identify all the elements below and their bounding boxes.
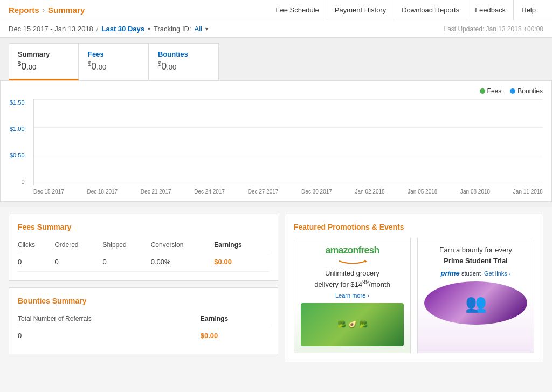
amazonfresh-promo-text: Unlimited grocerydelivery for $1499/mont…	[314, 269, 390, 290]
student-text: student	[461, 270, 481, 277]
cell-shipped: 0	[103, 252, 151, 272]
main-content: Fees Summary Clicks Ordered Shipped Conv…	[0, 207, 552, 369]
date-range: Dec 15 2017 - Jan 13 2018	[9, 25, 93, 33]
last-30-days-filter[interactable]: Last 30 Days	[101, 25, 144, 33]
bounties-summary-card: Bounties Summary Total Number of Referra…	[9, 287, 278, 354]
amazonfresh-learn-more[interactable]: Learn more ›	[335, 292, 369, 299]
featured-promotions-card: Featured Promotions & Events amazonfresh	[285, 214, 543, 362]
cell-conversion: 0.00%	[151, 252, 215, 272]
left-panel: Fees Summary Clicks Ordered Shipped Conv…	[9, 214, 278, 362]
x-label-6: Jan 02 2018	[355, 189, 385, 195]
fees-legend-dot	[480, 88, 485, 94]
prime-line1: Earn a bounty for every	[439, 246, 512, 254]
veggie-icon-2: 🥦	[359, 320, 368, 328]
x-label-5: Dec 30 2017	[301, 189, 332, 195]
chart-area: $1.50 $1.00 $0.50 0	[33, 99, 543, 185]
filter-left: Dec 15 2017 - Jan 13 2018 / Last 30 Days…	[9, 25, 208, 33]
gridline-050	[34, 156, 543, 156]
promo-amazonfresh: amazonfresh Unlimited grocerydelivery fo…	[294, 238, 411, 353]
breadcrumb-arrow: ›	[43, 6, 45, 14]
breadcrumb: Reports › Summary	[9, 5, 85, 15]
breadcrumb-summary: Summary	[48, 5, 85, 15]
bounties-data-row: 0 $0.00	[18, 326, 269, 346]
promo-prime-student: Earn a bounty for every Prime Student Tr…	[417, 238, 534, 353]
tracking-id-value[interactable]: All	[195, 25, 202, 33]
cell-ordered: 0	[54, 252, 102, 272]
amazonfresh-smile-svg	[336, 258, 369, 264]
y-label-050: $0.50	[10, 152, 28, 159]
prime-line2: Prime Student Trial	[444, 257, 507, 265]
get-links[interactable]: Get links ›	[484, 270, 511, 277]
veggie-icon-1: 🥦	[337, 320, 346, 328]
summary-card-bounties-value: $0.00	[158, 60, 210, 72]
amazonfresh-image: 🥦 🥑 🥦	[301, 303, 404, 346]
col-bounties-earnings: Earnings	[201, 312, 269, 326]
col-conversion: Conversion	[151, 238, 215, 252]
breadcrumb-reports[interactable]: Reports	[9, 5, 39, 15]
fees-data-row: 0 0 0 0.00% $0.00	[18, 252, 269, 272]
tracking-dropdown-arrow[interactable]: ▾	[205, 26, 208, 32]
legend-fees: Fees	[480, 87, 502, 95]
featured-title: Featured Promotions & Events	[294, 223, 534, 231]
cell-earnings: $0.00	[214, 252, 269, 272]
y-label-100: $1.00	[10, 126, 28, 132]
feedback-link[interactable]: Feedback	[467, 0, 513, 20]
x-label-0: Dec 15 2017	[33, 189, 64, 195]
avocado-icon: 🥑	[348, 320, 357, 328]
summary-whole: 0	[21, 61, 26, 72]
fees-summary-title: Fees Summary	[18, 223, 269, 231]
right-panel: Featured Promotions & Events amazonfresh	[285, 214, 543, 362]
summary-card-summary-value: $0.00	[18, 60, 70, 72]
col-shipped: Shipped	[103, 238, 151, 252]
legend-bounties: Bounties	[510, 87, 543, 95]
bounties-legend-dot	[510, 88, 515, 94]
summary-card-fees[interactable]: Fees $0.00	[79, 43, 149, 80]
summary-card-summary-label: Summary	[18, 50, 70, 58]
prime-student-logo-area: prime student Get links ›	[440, 269, 510, 277]
fees-summary-card: Fees Summary Clicks Ordered Shipped Conv…	[9, 214, 278, 281]
prime-student-image: 👥	[424, 281, 527, 325]
filter-bar: Dec 15 2017 - Jan 13 2018 / Last 30 Days…	[0, 20, 552, 38]
summary-cents: .00	[26, 63, 36, 71]
prime-text: prime	[440, 269, 459, 277]
chart-section: Fees Bounties $1.50 $1.00 $0.50 0	[0, 80, 552, 202]
x-label-3: Dec 24 2017	[194, 189, 225, 195]
cell-bounties-earnings: $0.00	[201, 326, 269, 346]
nav-links: Fee Schedule Payment History Download Re…	[268, 0, 543, 20]
svg-marker-0	[364, 260, 367, 263]
col-ordered: Ordered	[54, 238, 102, 252]
summary-card-bounties-label: Bounties	[158, 50, 210, 58]
chart-svg	[34, 99, 543, 185]
fees-legend-label: Fees	[487, 87, 502, 95]
last-updated: Last Updated: Jan 13 2018 +00:00	[444, 25, 543, 33]
fees-whole: 0	[91, 61, 96, 72]
bounties-whole: 0	[161, 61, 167, 72]
fee-schedule-link[interactable]: Fee Schedule	[268, 0, 327, 20]
people-icon: 👥	[465, 293, 487, 313]
summary-card-fees-label: Fees	[88, 50, 140, 58]
bounties-summary-title: Bounties Summary	[18, 297, 269, 305]
prime-student-logo: prime student	[440, 269, 481, 277]
payment-history-link[interactable]: Payment History	[327, 0, 394, 20]
x-label-7: Jan 05 2018	[408, 189, 437, 195]
summary-card-summary[interactable]: Summary $0.00	[9, 43, 79, 80]
cell-referrals: 0	[18, 326, 201, 346]
y-label-0: 0	[10, 178, 28, 185]
download-reports-link[interactable]: Download Reports	[394, 0, 467, 20]
help-link[interactable]: Help	[513, 0, 543, 20]
promos-grid: amazonfresh Unlimited grocerydelivery fo…	[294, 238, 534, 353]
x-label-4: Dec 27 2017	[248, 189, 279, 195]
date-dropdown-arrow[interactable]: ▾	[148, 26, 150, 32]
slash: /	[96, 25, 99, 33]
cell-clicks: 0	[18, 252, 54, 272]
tracking-id-label: Tracking ID:	[154, 25, 191, 33]
chart-y-axis: $1.50 $1.00 $0.50 0	[10, 99, 28, 185]
y-label-150: $1.50	[10, 99, 28, 106]
bounties-legend-label: Bounties	[518, 87, 543, 95]
amazonfresh-brand: amazonfresh	[325, 245, 379, 256]
fees-table: Clicks Ordered Shipped Conversion Earnin…	[18, 238, 269, 272]
summary-card-bounties[interactable]: Bounties $0.00	[149, 43, 219, 80]
prime-bounty-text: Earn a bounty for every Prime Student Tr…	[439, 245, 512, 266]
summary-section: Summary $0.00 Fees $0.00 Bounties $0.00	[0, 38, 552, 80]
fees-cents: .00	[96, 63, 106, 71]
